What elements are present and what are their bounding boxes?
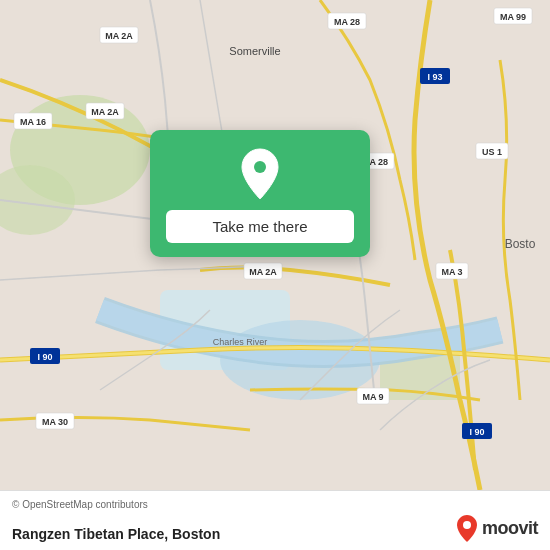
location-card: Take me there xyxy=(150,130,370,257)
svg-text:I 90: I 90 xyxy=(469,427,484,437)
svg-point-37 xyxy=(254,161,266,173)
moovit-brand-text: moovit xyxy=(482,518,538,539)
svg-point-38 xyxy=(463,521,471,529)
svg-text:MA 2A: MA 2A xyxy=(91,107,119,117)
svg-text:MA 9: MA 9 xyxy=(362,392,383,402)
take-me-there-button[interactable]: Take me there xyxy=(166,210,354,243)
map-container: MA 2A MA 28 MA 99 I 93 MA 16 MA 2A MA 28… xyxy=(0,0,550,490)
svg-text:MA 99: MA 99 xyxy=(500,12,526,22)
svg-text:Charles River: Charles River xyxy=(213,337,268,347)
svg-text:US 1: US 1 xyxy=(482,147,502,157)
bottom-bar: © OpenStreetMap contributors Rangzen Tib… xyxy=(0,490,550,550)
svg-text:Somerville: Somerville xyxy=(229,45,280,57)
moovit-logo: moovit xyxy=(456,514,538,542)
copyright-text: © OpenStreetMap contributors xyxy=(12,499,148,510)
svg-text:MA 28: MA 28 xyxy=(334,17,360,27)
location-pin-icon xyxy=(238,147,282,201)
svg-text:MA 30: MA 30 xyxy=(42,417,68,427)
pin-icon-wrapper xyxy=(234,148,286,200)
place-name: Rangzen Tibetan Place, Boston xyxy=(12,526,220,542)
svg-text:I 93: I 93 xyxy=(427,72,442,82)
svg-text:Bosto: Bosto xyxy=(505,237,536,251)
svg-text:MA 16: MA 16 xyxy=(20,117,46,127)
moovit-pin-icon xyxy=(456,514,478,542)
svg-text:MA 2A: MA 2A xyxy=(105,31,133,41)
svg-text:MA 3: MA 3 xyxy=(441,267,462,277)
svg-text:MA 2A: MA 2A xyxy=(249,267,277,277)
svg-text:I 90: I 90 xyxy=(37,352,52,362)
